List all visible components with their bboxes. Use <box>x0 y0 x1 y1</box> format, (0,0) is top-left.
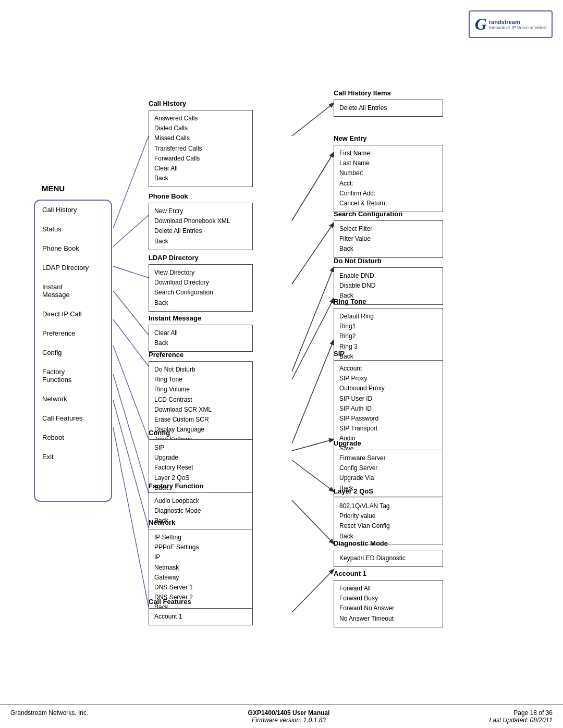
menu-item-network[interactable]: Network <box>42 395 104 403</box>
call-features-label: Call Features <box>149 598 191 606</box>
search-config-label: Search Configuration <box>334 210 402 218</box>
account1-label: Account 1 <box>334 570 366 577</box>
call-history-items-box: Delete All Entries <box>334 100 443 117</box>
call-features-box: Account 1 <box>149 608 253 625</box>
menu-item-preference[interactable]: Preference <box>42 329 104 337</box>
logo-tagline: Innovative IP Voice & Video <box>489 25 546 30</box>
svg-line-14 <box>292 340 334 443</box>
svg-line-13 <box>292 299 334 379</box>
menu-item-phone-book[interactable]: Phone Book <box>42 244 104 252</box>
svg-line-18 <box>292 570 334 612</box>
logo-brand: randstream <box>489 19 546 25</box>
menu-item-factory[interactable]: FactoryFunctions <box>42 368 104 384</box>
instant-message-box: Clear All Back <box>149 325 253 352</box>
footer-updated: Last Updated: 08/2011 <box>489 717 553 724</box>
footer-right: Page 18 of 36 Last Updated: 08/2011 <box>489 709 553 724</box>
svg-line-3 <box>113 291 149 335</box>
svg-line-5 <box>113 346 149 439</box>
account1-box: Forward All Forward Busy Forward No Answ… <box>334 580 443 627</box>
menu-item-direct-ip[interactable]: Direct IP Call <box>42 310 104 318</box>
svg-line-17 <box>292 500 334 544</box>
logo: G randstream Innovative IP Voice & Video <box>469 10 553 38</box>
menu-item-call-features[interactable]: Call Features <box>42 414 104 422</box>
layer2-qos-box: 802.1Q/VLAN Tag Priority value Reset Vla… <box>334 498 443 545</box>
svg-line-0 <box>113 136 149 228</box>
menu-label: MENU <box>42 184 65 193</box>
ldap-label: LDAP Directory <box>149 254 199 262</box>
dnd-label: Do Not Disturb <box>334 257 382 265</box>
footer-center: GXP1400/1405 User Manual Firmware versio… <box>248 709 330 724</box>
sip-label: SIP <box>334 350 345 357</box>
svg-line-2 <box>113 266 149 278</box>
menu-item-instant-message[interactable]: InstantMessage <box>42 283 104 299</box>
logo-g-letter: G <box>475 15 487 34</box>
diagnostic-mode-box: Keypad/LED Diagnostic <box>334 550 443 567</box>
menu-item-ldap[interactable]: LDAP Directory <box>42 264 104 272</box>
menu-item-status[interactable]: Status <box>42 225 104 233</box>
footer-firmware: Firmware version: 1.0.1.83 <box>248 717 330 724</box>
menu-item-config[interactable]: Config <box>42 349 104 356</box>
footer: Grandstream Networks, Inc. GXP1400/1405 … <box>0 705 563 728</box>
header: G randstream Innovative IP Voice & Video <box>10 10 553 38</box>
footer-company: Grandstream Networks, Inc. <box>10 709 88 717</box>
menu-item-exit[interactable]: Exit <box>42 453 104 461</box>
call-history-label: Call History <box>149 100 186 107</box>
menu-item-reboot[interactable]: Reboot <box>42 434 104 441</box>
svg-line-15 <box>292 439 334 451</box>
upgrade-label: Upgrade <box>334 439 361 447</box>
svg-line-9 <box>292 103 334 136</box>
factory-function-label: Factory Function <box>149 482 203 490</box>
svg-line-10 <box>292 153 334 220</box>
instant-message-label: Instant Message <box>149 314 201 322</box>
phone-book-box: New Entry Download Phonebook XML Delete … <box>149 203 253 250</box>
network-label: Network <box>149 519 175 526</box>
svg-line-12 <box>292 267 334 372</box>
svg-line-1 <box>113 215 149 246</box>
search-config-box: Select Filter Filter Value Back <box>334 220 443 258</box>
new-entry-label: New Entry <box>334 134 367 142</box>
call-history-box: Answered Calls Dialed Calls Missed Calls… <box>149 110 253 187</box>
ring-tone-box: Default Ring Ring1 Ring2 Ring 3 Back <box>334 308 443 365</box>
menu-box: Call History Status Phone Book LDAP Dire… <box>34 200 112 502</box>
footer-page: Page 18 of 36 <box>489 709 553 717</box>
call-history-items-label: Call History Items <box>334 89 391 97</box>
footer-manual-title: GXP1400/1405 User Manual <box>248 709 330 717</box>
config-label: Config <box>149 429 170 437</box>
ring-tone-label: Ring Tone <box>334 298 366 305</box>
svg-line-4 <box>113 319 149 366</box>
svg-line-16 <box>292 460 334 491</box>
svg-line-11 <box>292 223 334 284</box>
svg-line-8 <box>113 427 149 607</box>
svg-line-7 <box>113 400 149 528</box>
layer2-qos-label: Layer 2 QoS <box>334 487 373 495</box>
new-entry-box: First Name: Last Name Number: Acct: Conf… <box>334 145 443 212</box>
svg-line-6 <box>113 374 149 493</box>
menu-item-call-history[interactable]: Call History <box>42 206 104 214</box>
diagnostic-mode-label: Diagnostic Mode <box>334 539 388 547</box>
preference-label: Preference <box>149 351 183 359</box>
phone-book-label: Phone Book <box>149 192 188 200</box>
ldap-box: View Directory Download Directory Search… <box>149 264 253 312</box>
page-container: G randstream Innovative IP Voice & Video <box>0 0 563 728</box>
diagram-area: MENU Call History Status Phone Book LDAP… <box>10 43 553 700</box>
